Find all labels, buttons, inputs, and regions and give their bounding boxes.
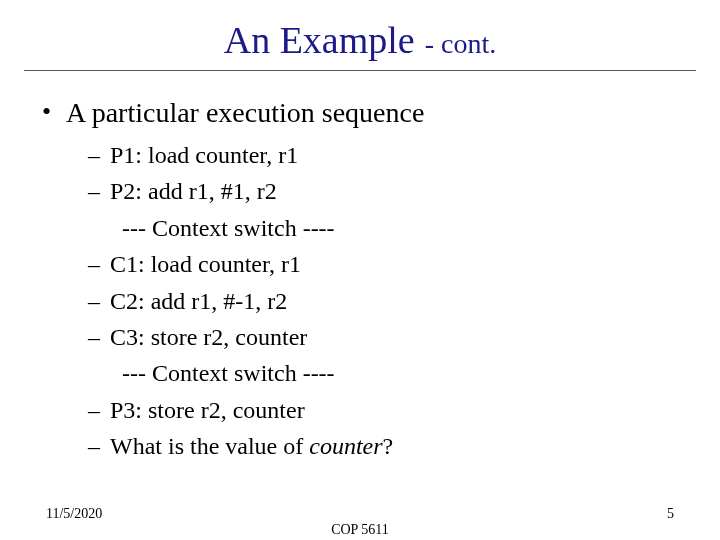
footer-course: COP 5611: [0, 522, 720, 538]
footer-date: 11/5/2020: [46, 506, 102, 522]
list-item: --- Context switch ----: [88, 212, 680, 244]
question-suffix: ?: [383, 433, 394, 459]
list-item: C3: store r2, counter: [88, 321, 680, 353]
slide: An Example - cont. A particular executio…: [0, 0, 720, 540]
footer-page: 5: [667, 506, 674, 522]
question-prefix: What is the value of: [110, 433, 309, 459]
list-item-question: What is the value of counter?: [88, 430, 680, 462]
list-item: P3: store r2, counter: [88, 394, 680, 426]
list-item: C2: add r1, #-1, r2: [88, 285, 680, 317]
title-block: An Example - cont.: [0, 0, 720, 62]
slide-subtitle: - cont.: [425, 28, 497, 59]
list-item: P2: add r1, #1, r2: [88, 175, 680, 207]
content-area: A particular execution sequence P1: load…: [0, 71, 720, 463]
question-var: counter: [309, 433, 382, 459]
list-item: C1: load counter, r1: [88, 248, 680, 280]
list-item: --- Context switch ----: [88, 357, 680, 389]
bullet-main: A particular execution sequence: [40, 97, 680, 129]
slide-title: An Example: [224, 19, 415, 61]
list-item: P1: load counter, r1: [88, 139, 680, 171]
